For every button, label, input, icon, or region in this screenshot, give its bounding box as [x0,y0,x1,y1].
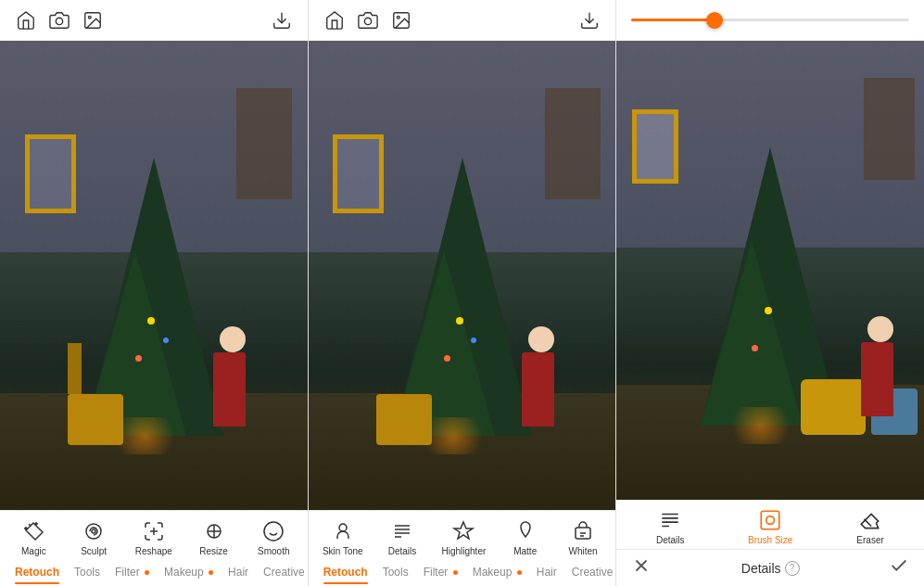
tab-2-hair[interactable]: Hair [529,564,564,580]
svg-point-7 [364,18,371,24]
panel-2-tools-row: Skin Tone Details Highlighter [309,511,616,560]
tab-2-creative[interactable]: Creative [564,564,616,580]
download-icon[interactable] [271,9,293,32]
tool-details[interactable]: Details [384,518,421,556]
highlighter-icon [450,518,476,544]
brush-slider-thumb[interactable] [706,12,723,29]
download-icon-2[interactable] [578,9,601,32]
tool-3-eraser[interactable]: Eraser [833,507,907,545]
tool-reshape[interactable]: Reshape [135,518,172,556]
tool-3-eraser-label: Eraser [856,535,883,545]
panel-3-tools-row: Details Brush Size [616,500,924,549]
tab-1-filter[interactable]: Filter [108,564,157,580]
tool-details-label: Details [388,546,417,556]
tool-3-details[interactable]: Details [633,507,707,545]
gallery-icon-2[interactable] [390,9,412,32]
svg-rect-13 [761,511,779,529]
tool-whiten-label: Whiten [569,546,598,556]
camera-icon[interactable] [48,9,70,32]
panel-2: Skin Tone Details Highlighter [309,0,617,586]
panel-1-toolbar [0,0,308,41]
tool-magic-label: Magic [21,546,46,556]
panel-1-image [0,41,308,510]
close-button[interactable] [631,555,652,580]
svg-point-9 [397,16,399,19]
svg-point-5 [92,529,95,533]
magic-icon [20,518,46,544]
svg-point-11 [339,524,347,531]
confirm-button[interactable] [889,555,909,580]
panel-3: Details Brush Size [616,0,924,586]
tool-smooth[interactable]: Smooth [255,518,292,556]
panel-2-tabs: Retouch Tools Filter Makeup Hair Creativ… [309,560,616,586]
panel-1-tabs: Retouch Tools Filter Makeup Hair Creativ… [0,560,308,586]
tab-1-hair[interactable]: Hair [221,564,256,580]
panel-2-bottom: Skin Tone Details Highlighter [309,510,616,586]
tool-sculpt[interactable]: Sculpt [75,518,112,556]
panel-2-toolbar [309,0,616,41]
whiten-icon [570,518,596,544]
svg-point-0 [56,18,62,24]
brush-size-slider[interactable] [631,19,909,21]
tab-2-retouch[interactable]: Retouch [316,564,375,580]
tool-highlighter-label: Highlighter [441,546,486,556]
toolbar-left-icons [15,9,104,32]
tool-resize-label: Resize [199,546,228,556]
brush-slider-fill [631,19,715,21]
toolbar-2-left-icons [323,9,412,32]
christmas-scene-3 [616,41,924,500]
gallery-icon[interactable] [82,9,104,32]
christmas-scene-2 [309,41,616,510]
tool-resize[interactable]: Resize [196,518,233,556]
tool-3-details-label: Details [656,535,685,545]
skin-tone-icon [330,518,356,544]
tab-1-tools[interactable]: Tools [67,564,108,580]
matte-icon [513,518,538,544]
tool-sculpt-label: Sculpt [81,546,107,556]
brush-size-slider-area [616,0,924,41]
tab-2-filter[interactable]: Filter [416,564,465,580]
tool-3-brush-size-label: Brush Size [748,535,792,545]
tab-1-creative[interactable]: Creative [256,564,308,580]
toolbar-2-right-icons [578,9,601,32]
panel-1-bottom: Magic Sculpt Reshape [0,510,308,586]
svg-point-4 [86,524,101,539]
camera-icon-2[interactable] [357,9,379,32]
details-icon [389,518,415,544]
home-icon[interactable] [15,9,37,32]
details-text: Details [741,561,781,576]
tool-skin-tone[interactable]: Skin Tone [323,518,363,556]
tab-1-makeup[interactable]: Makeup [157,564,221,580]
home-icon-2[interactable] [323,9,346,32]
tool-whiten[interactable]: Whiten [564,518,601,556]
tab-2-makeup[interactable]: Makeup [465,564,529,580]
help-text: ? [790,563,795,573]
panel-1: Magic Sculpt Reshape [0,0,309,586]
panel-3-bottom-bar: Details ? [616,549,924,586]
tool-matte[interactable]: Matte [507,518,544,556]
svg-point-2 [88,16,91,19]
panel-1-tools-row: Magic Sculpt Reshape [0,511,308,560]
smooth-icon [260,518,286,544]
tab-2-tools[interactable]: Tools [375,564,416,580]
tab-1-retouch[interactable]: Retouch [7,564,67,580]
tool-highlighter[interactable]: Highlighter [441,518,486,556]
help-icon[interactable]: ? [785,561,800,576]
eraser-icon-3 [857,507,883,533]
reshape-icon [141,518,167,544]
app-container: Magic Sculpt Reshape [0,0,924,586]
panel-3-bottom: Details Brush Size [616,500,924,586]
details-icon-3 [657,507,683,533]
brush-size-icon-3 [757,507,783,533]
panel-3-image [616,41,924,500]
tool-reshape-label: Reshape [135,546,172,556]
tool-matte-label: Matte [513,546,537,556]
panel-2-image [309,41,616,510]
tool-3-brush-size[interactable]: Brush Size [733,507,807,545]
resize-icon [201,518,227,544]
sculpt-icon [81,518,107,544]
tool-smooth-label: Smooth [258,546,289,556]
svg-point-14 [766,516,775,525]
tool-skin-tone-label: Skin Tone [323,546,363,556]
tool-magic[interactable]: Magic [15,518,52,556]
